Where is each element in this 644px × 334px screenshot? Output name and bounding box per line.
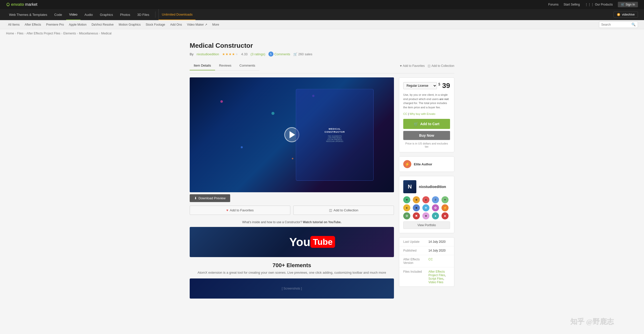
add-to-collection-button[interactable]: ◫ Add to Collection bbox=[293, 206, 394, 215]
tab-actions: ♥ Add to Favorites ◫ Add to Collection bbox=[400, 64, 454, 68]
video-files-link[interactable]: Video Files bbox=[428, 280, 443, 284]
license-select[interactable]: Regular License Extended License bbox=[403, 82, 437, 89]
breadcrumb-medical[interactable]: Medical bbox=[101, 32, 111, 35]
published-value: 14 July 2020 bbox=[428, 249, 450, 252]
breadcrumb-home[interactable]: Home bbox=[6, 32, 14, 35]
breadcrumb-sep-3: › bbox=[61, 32, 62, 35]
sign-in-button[interactable]: 🛒 Sign In bbox=[618, 2, 638, 7]
subnav-after-effects[interactable]: After Effects bbox=[23, 20, 43, 29]
license-links: CC | Why buy with Envato bbox=[403, 112, 450, 115]
start-selling-link[interactable]: Start Selling bbox=[564, 3, 580, 6]
last-update-row: Last Update 14 July 2020 bbox=[399, 237, 454, 246]
subnav-motion-graphics[interactable]: Motion Graphics bbox=[117, 20, 143, 29]
subnav-premiere-pro[interactable]: Premiere Pro bbox=[44, 20, 66, 29]
ratings-count: 3 ratings bbox=[252, 52, 264, 56]
our-products-menu[interactable]: ⋮⋮⋮ Our Products bbox=[585, 3, 613, 6]
subnav-apple-motion[interactable]: Apple Motion bbox=[67, 20, 89, 29]
badge-3: # bbox=[432, 196, 439, 203]
subnav-more[interactable]: More bbox=[210, 20, 221, 29]
item-details-table: Last Update 14 July 2020 Published 14 Ju… bbox=[399, 237, 454, 287]
ae-project-files-link[interactable]: After Effects Project Files bbox=[428, 270, 445, 277]
breadcrumb-files[interactable]: Files bbox=[17, 32, 23, 35]
nav-code[interactable]: Code bbox=[51, 9, 65, 20]
envato-leaf-icon bbox=[6, 3, 10, 7]
nav-unlimited[interactable]: Unlimited Downloads bbox=[158, 9, 195, 20]
download-preview-button[interactable]: ⬇ Download Preview bbox=[190, 194, 230, 202]
badge-9: ⚡ bbox=[441, 204, 449, 211]
badge-8: ✿ bbox=[432, 204, 439, 211]
view-portfolio-button[interactable]: View Portfolio bbox=[403, 221, 450, 229]
author-header: N nixstudioedition bbox=[403, 180, 450, 193]
badge-12: ★ bbox=[422, 212, 429, 219]
badge-10: ⚙ bbox=[403, 212, 410, 219]
play-icon bbox=[290, 131, 295, 138]
buy-now-button[interactable]: Buy Now bbox=[403, 131, 450, 140]
comments-badge: 5 bbox=[268, 52, 273, 57]
collection-icon: ◫ bbox=[428, 64, 430, 68]
published-row: Published 14 July 2020 bbox=[399, 246, 454, 255]
nav-web-themes[interactable]: Web Themes & Templates bbox=[6, 9, 50, 20]
tab-item-details[interactable]: Item Details bbox=[190, 61, 215, 70]
add-to-favorites-button[interactable]: ♥ Add to Favorites bbox=[190, 206, 290, 215]
nav-graphics[interactable]: Graphics bbox=[97, 9, 116, 20]
ratings-count-link[interactable]: (3 ratings) bbox=[251, 52, 265, 56]
search-button[interactable]: 🔍 bbox=[631, 23, 636, 26]
add-to-favorites-tab-btn[interactable]: ♥ Add to Favorites bbox=[400, 64, 425, 68]
subnav-video-maker[interactable]: Video Maker ↗ bbox=[185, 20, 209, 29]
forums-link[interactable]: Forums bbox=[548, 3, 559, 6]
nav-photos[interactable]: Photos bbox=[117, 9, 133, 20]
ae-version-row: After Effects Version CC bbox=[399, 255, 454, 267]
nav-3d-files[interactable]: 3D Files bbox=[134, 9, 152, 20]
sales-info: 🛒 260 sales bbox=[293, 52, 312, 56]
site-logo[interactable]: envatomarket bbox=[6, 2, 37, 7]
comments-section: 5 Comments bbox=[268, 52, 290, 57]
badge-6: ■ bbox=[413, 204, 420, 211]
add-to-cart-button[interactable]: 🛒 Add to Cart bbox=[403, 119, 450, 129]
youtube-banner: You Tube bbox=[190, 227, 394, 257]
youtube-you: You bbox=[289, 235, 310, 249]
subnav-add-ons[interactable]: Add Ons bbox=[168, 20, 184, 29]
youtube-tube: Tube bbox=[310, 236, 335, 248]
subnav-all-items[interactable]: All Items bbox=[6, 20, 22, 29]
breadcrumb-elements[interactable]: Elements bbox=[63, 32, 76, 35]
breadcrumb-sep-5: › bbox=[99, 32, 100, 35]
author-link[interactable]: nixstudioedition bbox=[196, 52, 219, 56]
ae-version-label: After Effects Version bbox=[403, 258, 428, 265]
license-details-link[interactable]: CC bbox=[403, 112, 407, 115]
nav-audio[interactable]: Audio bbox=[82, 9, 96, 20]
two-col-layout: MEDICALCONSTRUCTOR 700+ ELEMENTSLIVE PRE… bbox=[190, 77, 454, 299]
add-to-cart-label: Add to Cart bbox=[420, 122, 439, 126]
page-title-area: Medical Constructor By nixstudioedition … bbox=[190, 38, 454, 59]
license-description: Use, by you or one client, in a single e… bbox=[403, 93, 450, 109]
add-to-favorites-label: Add to Favorites bbox=[403, 64, 425, 68]
preview-container[interactable]: MEDICALCONSTRUCTOR 700+ ELEMENTSLIVE PRE… bbox=[190, 77, 394, 192]
files-included-label: Files Included bbox=[403, 270, 428, 284]
price-currency: $ bbox=[438, 82, 440, 86]
left-col: MEDICALCONSTRUCTOR 700+ ELEMENTSLIVE PRE… bbox=[190, 77, 394, 299]
breadcrumb-ae-project-files[interactable]: After Effects Project Files bbox=[26, 32, 60, 35]
price-box: Regular License Extended License $ 39 Us… bbox=[399, 77, 454, 152]
breadcrumb-sep-4: › bbox=[77, 32, 78, 35]
subnav-stock-footage[interactable]: Stock Footage bbox=[144, 20, 167, 29]
tab-reviews[interactable]: Reviews bbox=[215, 61, 235, 70]
breadcrumb-miscellaneous[interactable]: Miscellaneous bbox=[79, 32, 98, 35]
item-tabs: Item Details Reviews Comments bbox=[190, 61, 259, 71]
subnav-davinci[interactable]: DaVinci Resolve bbox=[90, 20, 116, 29]
script-files-link[interactable]: Script Files bbox=[428, 277, 443, 280]
topbar-right: Forums Start Selling ⋮⋮⋮ Our Products 🛒 … bbox=[548, 2, 638, 7]
star-4: ★ bbox=[232, 52, 235, 56]
price-value: 39 bbox=[442, 82, 450, 89]
last-update-label: Last Update bbox=[403, 240, 428, 244]
files-included-value: After Effects Project Files, Script File… bbox=[428, 270, 450, 284]
nav-video[interactable]: Video bbox=[66, 9, 80, 20]
video-thumbnail: MEDICALCONSTRUCTOR 700+ ELEMENTSLIVE PRE… bbox=[190, 77, 394, 192]
heart-icon: ♥ bbox=[400, 64, 402, 68]
main-content: Medical Constructor By nixstudioedition … bbox=[184, 38, 460, 309]
ae-version-link[interactable]: CC bbox=[428, 258, 433, 261]
search-input[interactable] bbox=[601, 23, 631, 26]
comments-link[interactable]: Comments bbox=[274, 52, 290, 56]
why-envato-link[interactable]: Why buy with Envato bbox=[410, 112, 435, 115]
tab-comments[interactable]: Comments bbox=[235, 61, 259, 70]
our-products-link[interactable]: Our Products bbox=[595, 3, 613, 6]
add-to-collection-tab-btn[interactable]: ◫ Add to Collection bbox=[428, 64, 454, 68]
